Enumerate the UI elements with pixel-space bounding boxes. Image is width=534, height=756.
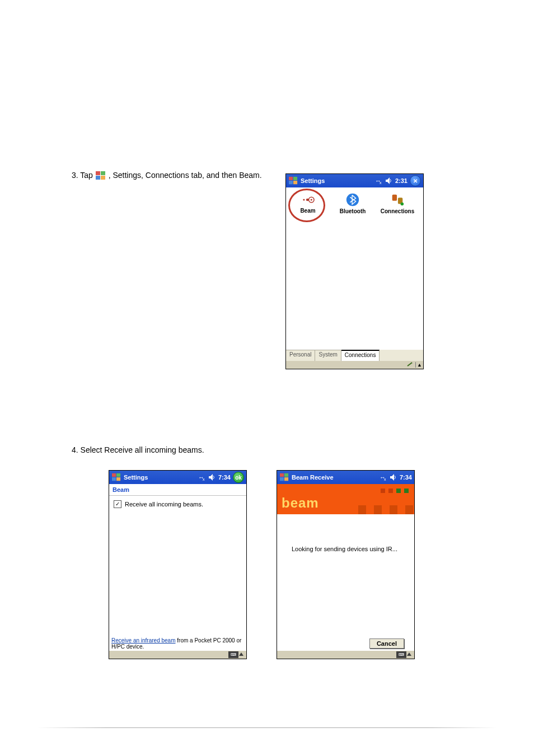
svg-marker-10 (386, 177, 390, 184)
sip-keyboard-icon[interactable]: ⌨ (228, 651, 238, 658)
svg-rect-22 (116, 477, 120, 481)
banner-dots (381, 489, 409, 493)
instruction-step-3: 3. Tap , Settings, Connections tab, and … (72, 170, 279, 181)
titlebar: Settings ↔x 7:34 ok (109, 471, 246, 484)
titlebar: Settings ↔x 2:31 ✕ (286, 174, 423, 187)
svg-text:x: x (203, 477, 205, 481)
status-text: Looking for sending devices using IR... (292, 546, 403, 552)
connections-icon (389, 192, 406, 208)
volume-icon[interactable] (385, 177, 393, 185)
svg-rect-4 (289, 177, 293, 180)
svg-point-18 (401, 203, 404, 206)
svg-rect-27 (284, 473, 288, 477)
start-flag-icon[interactable] (279, 472, 290, 482)
screenshot-settings-connections: Settings ↔x 2:31 ✕ (285, 173, 424, 369)
tab-system[interactable]: System (315, 350, 341, 361)
clock[interactable]: 7:34 (400, 474, 412, 481)
cancel-button[interactable]: Cancel (369, 638, 404, 649)
bluetooth-icon-cell[interactable]: Bluetooth (332, 192, 373, 214)
beam-icon-cell[interactable]: Beam (287, 192, 329, 214)
svg-text:x: x (384, 477, 386, 481)
step3-prefix: 3. Tap (72, 171, 95, 180)
svg-point-11 (303, 199, 305, 200)
bottom-bar: ⌨ (109, 651, 246, 659)
page-header: Beam (109, 484, 246, 496)
title-text: Settings (124, 474, 148, 481)
bottom-bar: ▲ (286, 361, 423, 369)
title-text: Settings (301, 177, 325, 184)
connectivity-icon[interactable]: ↔x (198, 473, 206, 481)
title-text: Beam Receive (292, 474, 334, 481)
instruction-step-4: 4. Select Receive all incoming beams. (72, 445, 352, 456)
svg-rect-26 (280, 473, 284, 477)
svg-rect-16 (392, 195, 397, 201)
beam-icon (299, 192, 316, 208)
svg-rect-7 (293, 181, 297, 184)
bottom-bar: ⌨ (277, 651, 414, 659)
tab-connections[interactable]: Connections (341, 350, 380, 361)
clock[interactable]: 7:34 (218, 474, 231, 481)
connectivity-icon[interactable]: ↔x (380, 473, 387, 481)
svg-rect-21 (112, 477, 116, 481)
svg-rect-6 (289, 181, 293, 184)
svg-text:x: x (380, 181, 382, 185)
svg-rect-20 (116, 473, 120, 477)
step3-suffix: , Settings, Connections tab, and then Be… (109, 171, 262, 180)
up-caret-icon[interactable]: ▲ (417, 362, 422, 368)
bluetooth-label: Bluetooth (340, 208, 366, 214)
footnote: Receive an infrared beam from a Pocket P… (111, 637, 244, 650)
svg-marker-32 (390, 474, 394, 481)
screenshot-beam-receive: Beam Receive ↔x 7:34 (277, 470, 415, 659)
content-area: Beam Bluetooth (286, 187, 423, 350)
footer-divider (36, 727, 498, 728)
sip-keyboard-icon[interactable]: ⌨ (396, 651, 406, 658)
svg-rect-0 (96, 171, 100, 175)
tab-row: Personal System Connections (286, 350, 423, 361)
start-flag-icon[interactable] (288, 176, 299, 186)
banner-stripes (358, 505, 414, 514)
svg-marker-25 (209, 474, 213, 481)
start-flag-icon[interactable] (111, 472, 122, 482)
connectivity-icon[interactable]: ↔x (375, 177, 383, 185)
svg-rect-2 (96, 176, 100, 180)
beam-banner: beam (277, 484, 414, 514)
svg-rect-3 (101, 176, 105, 180)
connections-icon-cell[interactable]: Connections (377, 192, 418, 214)
bluetooth-icon (344, 192, 361, 208)
screenshot-beam-settings: Settings ↔x 7:34 ok Beam ✓ Receive all i… (109, 470, 247, 659)
windows-flag-icon (95, 171, 106, 181)
svg-rect-5 (293, 177, 297, 180)
checkbox-icon[interactable]: ✓ (114, 500, 121, 508)
svg-point-14 (311, 199, 312, 200)
tab-personal[interactable]: Personal (286, 350, 315, 361)
titlebar: Beam Receive ↔x 7:34 (277, 471, 414, 484)
connections-label: Connections (381, 208, 415, 214)
svg-rect-1 (101, 171, 105, 175)
svg-rect-19 (112, 473, 116, 477)
ok-button[interactable]: ok (233, 472, 244, 483)
receive-infrared-link[interactable]: Receive an infrared beam (111, 637, 176, 644)
svg-rect-28 (280, 477, 284, 481)
content-area: Beam ✓ Receive all incoming beams. Recei… (109, 484, 246, 651)
content-area: beam Looking for sending devices using I… (277, 484, 414, 651)
checkbox-label: Receive all incoming beams. (125, 501, 203, 508)
volume-icon[interactable] (390, 473, 397, 481)
sip-icon[interactable] (406, 361, 414, 368)
beam-label: Beam (300, 208, 315, 214)
checkbox-row[interactable]: ✓ Receive all incoming beams. (109, 496, 246, 513)
clock[interactable]: 2:31 (395, 177, 407, 184)
banner-word: beam (282, 495, 319, 511)
volume-icon[interactable] (208, 473, 216, 481)
close-button[interactable]: ✕ (410, 175, 421, 186)
svg-rect-29 (284, 477, 288, 481)
